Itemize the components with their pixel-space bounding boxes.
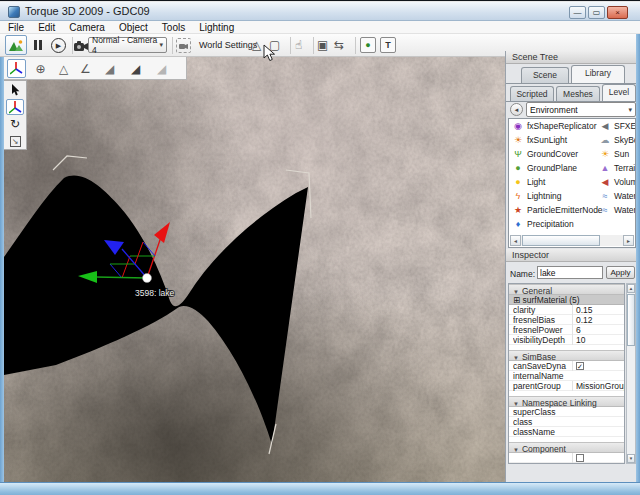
library-item-light[interactable]: ●Light xyxy=(512,175,545,189)
property-row-parentGroup[interactable]: parentGroupMissionGroup xyxy=(509,381,624,391)
world-editor-button[interactable] xyxy=(5,35,27,55)
library-item-terrainb[interactable]: ▲TerrainB xyxy=(599,161,636,175)
property-row-canSaveDyna[interactable]: canSaveDyna✓ xyxy=(509,361,624,371)
library-item-waterpl[interactable]: ≈WaterPl xyxy=(599,203,636,217)
library-item-waterbl[interactable]: ≈WaterBl xyxy=(599,189,636,203)
ramp-medium-icon[interactable]: ◢ xyxy=(126,59,145,78)
section-namespace-linking[interactable]: ▼Namespace Linking xyxy=(509,396,624,407)
category-back-button[interactable]: ◄ xyxy=(510,103,523,116)
property-value[interactable]: 0.12 xyxy=(572,315,624,325)
property-row-surfMaterial (5)[interactable]: ⊞ surfMaterial (5) xyxy=(509,295,624,305)
camera-settings-button[interactable] xyxy=(176,38,191,53)
select-tool-button[interactable] xyxy=(6,82,24,98)
ramp-soft-icon[interactable]: ◢ xyxy=(100,59,119,78)
scale-tool-button[interactable]: ↘ xyxy=(6,133,24,149)
library-item-skybox[interactable]: ☁SkyBox xyxy=(599,133,636,147)
object-box-icon[interactable]: ▢ xyxy=(269,38,280,52)
category-dropdown[interactable]: Environment ▾ xyxy=(526,102,636,117)
library-item-fxshapereplicator[interactable]: ◉fxShapeReplicator xyxy=(512,119,596,133)
tab-scripted[interactable]: Scripted xyxy=(510,86,554,101)
property-value[interactable]: 10 xyxy=(572,335,624,345)
viewport-3d[interactable]: 3598: lake xyxy=(4,57,505,482)
play-button[interactable]: ▶ xyxy=(51,38,66,53)
sfx-emitter-icon: ◀ xyxy=(599,121,611,131)
title-bar[interactable]: Torque 3D 2009 - GDC09 — ▭ × xyxy=(0,2,640,21)
camera-icon[interactable] xyxy=(74,41,89,51)
library-item-fxsunlight[interactable]: ☀fxSunLight xyxy=(512,133,567,147)
property-row-class[interactable]: class xyxy=(509,417,624,427)
scroll-right-button[interactable]: ► xyxy=(623,235,634,246)
property-row-internalName[interactable]: internalName xyxy=(509,371,624,381)
tab-library[interactable]: Library xyxy=(571,65,625,83)
hand-pointer-icon[interactable]: ☝ xyxy=(295,38,302,52)
move-tool-button[interactable] xyxy=(6,99,24,115)
section-simbase[interactable]: ▼SimBase xyxy=(509,350,624,361)
snap-target-button[interactable]: ● xyxy=(360,37,376,53)
scroll-up-button[interactable]: ▲ xyxy=(627,284,635,293)
name-input[interactable] xyxy=(537,266,603,279)
close-button[interactable]: × xyxy=(607,6,628,19)
menu-lighting[interactable]: Lighting xyxy=(199,22,234,33)
axis-gizmo-button[interactable] xyxy=(7,59,26,78)
tab-meshes[interactable]: Meshes xyxy=(556,86,600,101)
library-item-lightning[interactable]: ϟLightning xyxy=(512,189,562,203)
section-component[interactable]: ▼Component xyxy=(509,442,624,453)
library-item-groundcover[interactable]: ΨGroundCover xyxy=(512,147,578,161)
menu-edit[interactable]: Edit xyxy=(38,22,55,33)
menu-tools[interactable]: Tools xyxy=(162,22,185,33)
menu-camera[interactable]: Camera xyxy=(69,22,105,33)
library-item-particleemitternode[interactable]: ★ParticleEmitterNode xyxy=(512,203,603,217)
library-item-groundplane[interactable]: ●GroundPlane xyxy=(512,161,577,175)
property-value[interactable]: 0.15 xyxy=(572,305,624,315)
checkbox[interactable]: ✓ xyxy=(576,362,584,370)
tab-scene[interactable]: Scene xyxy=(521,67,569,83)
rotate-tool-button[interactable]: ↻ xyxy=(6,116,24,132)
property-row-clarity[interactable]: clarity0.15 xyxy=(509,305,624,315)
swap-objects-icon[interactable]: ⇆ xyxy=(334,38,344,52)
menu-object[interactable]: Object xyxy=(119,22,148,33)
property-value[interactable]: MissionGroup xyxy=(572,381,624,391)
scroll-down-button[interactable]: ▼ xyxy=(627,454,635,463)
library-item-volumel[interactable]: ◀VolumeL xyxy=(599,175,636,189)
vscroll-thumb[interactable] xyxy=(627,294,635,346)
library-row: ΨGroundCover☀Sun xyxy=(509,147,635,161)
property-row-fresnelBias[interactable]: fresnelBias0.12 xyxy=(509,315,624,325)
snap-terrain-icon[interactable]: △ xyxy=(54,59,73,78)
gizmo-origin[interactable] xyxy=(143,274,152,283)
library-item-precipitation[interactable]: ♦Precipitation xyxy=(512,217,574,231)
terrain-tool-icon[interactable]: △ xyxy=(252,38,261,52)
property-row-className[interactable]: className xyxy=(509,427,624,437)
camera-mode-dropdown[interactable]: Normal - Camera 4 ▾ xyxy=(88,37,167,53)
library-item-sfxemit[interactable]: ◀SFXEmit xyxy=(599,119,636,133)
inspector-header[interactable]: Inspector xyxy=(506,249,637,262)
inspector-vscrollbar[interactable]: ▲ ▼ xyxy=(626,283,636,464)
property-row-fresnelPower[interactable]: fresnelPower6 xyxy=(509,325,624,335)
text-tool-button[interactable]: T xyxy=(380,37,396,53)
camera-view-icon[interactable]: ▣ xyxy=(317,38,328,52)
library-list: ◉fxShapeReplicator◀SFXEmit☀fxSunLight☁Sk… xyxy=(508,118,636,248)
checkbox[interactable] xyxy=(576,454,584,462)
library-item-label: fxSunLight xyxy=(527,135,567,145)
menu-file[interactable]: File xyxy=(8,22,24,33)
property-row-superClass[interactable]: superClass xyxy=(509,407,624,417)
property-row-visibilityDepth[interactable]: visibilityDepth10 xyxy=(509,335,624,345)
library-hscrollbar[interactable]: ◄ ► xyxy=(510,235,634,246)
slope-angle-icon[interactable]: ∠ xyxy=(76,59,95,78)
pause-button[interactable] xyxy=(33,40,43,50)
globe-icon[interactable]: ⊕ xyxy=(31,59,50,78)
minimize-button[interactable]: — xyxy=(569,6,586,19)
property-row-unnamed[interactable] xyxy=(509,453,624,463)
library-row: ★ParticleEmitterNode≈WaterPl xyxy=(509,203,635,217)
apply-button[interactable]: Apply xyxy=(606,266,635,279)
hscroll-thumb[interactable] xyxy=(522,235,600,246)
maximize-button[interactable]: ▭ xyxy=(588,6,605,19)
scene-tree-header[interactable]: Scene Tree xyxy=(506,51,637,64)
tab-level[interactable]: Level xyxy=(602,84,636,101)
scroll-left-button[interactable]: ◄ xyxy=(510,235,521,246)
library-item-sun[interactable]: ☀Sun xyxy=(599,147,629,161)
property-value[interactable] xyxy=(572,453,624,464)
section-general[interactable]: ▼General xyxy=(509,284,624,295)
property-value[interactable]: ✓ xyxy=(572,361,624,371)
property-value[interactable]: 6 xyxy=(572,325,624,335)
ramp-hard-icon[interactable]: ◢ xyxy=(152,59,171,78)
